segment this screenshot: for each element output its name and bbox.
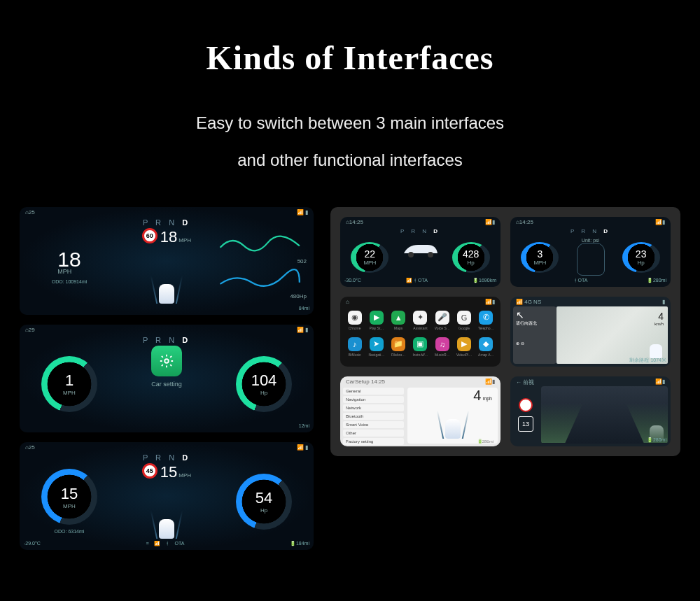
status-bar: ⌂25 📶 ▮ [22,209,311,219]
gear-indicator: P R N D [20,218,314,227]
headlight-icon[interactable]: ≡ [146,541,148,546]
thumb-app-launcher[interactable]: ⌂📶▮ ◉Chrome▶Play St…▲Maps✦Assistant🎤Voic… [340,297,500,367]
car-icon [153,276,180,304]
thumb-camera[interactable]: ← 前视📶▮ 13 🔋280mi [510,376,671,446]
app-videopl[interactable]: ▶VideoPl… [455,337,472,361]
thumb-gauge-dark[interactable]: ⌂14:25📶▮ P R N D 22MPH 428Hp -30.0°C📶 ᚼ … [340,217,500,287]
app-assistant[interactable]: ✦Assistant [412,311,429,334]
app-musicr[interactable]: ♫MusicR… [433,337,451,361]
other-interfaces-grid: ⌂14:25📶▮ P R N D 22MPH 428Hp -30.0°C📶 ᚼ … [330,207,680,456]
header: Kinds of Interfaces Easy to switch betwe… [0,0,700,179]
tpms-unit-label: Unit: psi [582,238,599,243]
main-interfaces-column: ⌂25 📶 ▮ P R N D 18MPH ODO: 100914mi 60 1… [20,207,314,550]
bluetooth-icon[interactable]: ᚼ [166,541,169,546]
car-setting-label: Car setting [151,381,182,388]
settings-item[interactable]: Smart Voice [343,421,404,428]
settings-item[interactable]: Other [343,430,404,437]
power-graph: 502 480Hp [213,231,307,301]
car-outline-icon [577,243,605,276]
range-readout: 184mi [296,541,309,546]
settings-preview: 4mph 🔋286mi [407,388,498,444]
settings-item[interactable]: Bluetooth [343,413,404,420]
svg-point-0 [164,359,169,363]
speed-limit-sign: 60 [142,228,158,243]
car-setting-icon[interactable] [151,346,182,376]
content-row: ⌂25 📶 ▮ P R N D 18MPH ODO: 100914mi 60 1… [0,179,700,550]
dashboard-twin-gauge-theme[interactable]: ⌂29📶 ▮ P R N D 1MPH Car setting 104Hp 12… [20,325,314,432]
speed-limit-sign [519,398,533,412]
settings-item[interactable]: Navigation [343,396,404,403]
temperature-readout: -29.0°C [24,541,41,546]
bottom-bar: 84mi [24,304,309,313]
settings-item[interactable]: Network [343,404,404,411]
signal-icon: 📶 ▮ [297,209,308,219]
app-instruw[interactable]: ▣InstruW… [412,337,429,361]
app-grid: ◉Chrome▶Play St…▲Maps✦Assistant🎤Voice S…… [346,311,495,361]
odometer: ODO: 100914mi [52,279,88,284]
settings-item[interactable]: Factory setting [343,438,404,445]
page-subtitle: Easy to switch between 3 main interfaces… [0,105,700,179]
app-navigati[interactable]: ➤Navigati… [368,337,385,361]
subtitle-line-2: and other functional interfaces [237,150,463,169]
app-voices[interactable]: 🎤Voice S… [433,311,451,334]
settings-item[interactable]: General [343,388,404,395]
app-amapa[interactable]: ◆Amap A… [477,337,495,361]
left-gauge: 1MPH [25,350,113,418]
dashboard-graph-theme[interactable]: ⌂25 📶 ▮ P R N D 18MPH ODO: 100914mi 60 1… [20,207,314,315]
left-speed-box: 18MPH ODO: 100914mi [25,232,113,301]
wifi-icon[interactable]: 📶 [154,541,160,546]
app-telepho[interactable]: ✆Telepho… [477,311,495,334]
ota-button[interactable]: OTA [174,541,184,546]
thumb-tpms[interactable]: ⌂14:25📶▮ P R N D 3MPH Unit: psi 23Hp ᚼ O… [510,217,671,287]
thumb-settings[interactable]: CarSetup 14:25📶▮ GeneralNavigationNetwor… [340,376,500,446]
thumb-navigation[interactable]: 📶 4G NS▮ ↖ 请行向西北 ⊕ ⊖ 4km/h 剩余路程 1074米 [510,297,671,367]
page-title: Kinds of Interfaces [0,38,700,77]
nav-mini-speed: 4km/h [654,311,664,326]
speed-limit-sign: 45 [142,463,158,479]
range-readout: 84mi [299,306,309,311]
svg-point-2 [428,252,433,257]
center-lane-view: 60 18MPH [117,228,217,304]
dashboard-blue-gauge-theme[interactable]: ⌂25📶 ▮ P R N D 15MPH ODO: 6314mi 45 15MP… [20,442,314,550]
app-filebro[interactable]: 📁Filebro… [390,337,407,361]
adas-distance-icon: 13 [518,416,533,432]
svg-point-1 [408,252,414,257]
car-side-icon [401,238,440,259]
app-btmusic[interactable]: ♪BtMusic [346,337,363,361]
app-chrome[interactable]: ◉Chrome [346,311,363,334]
settings-list[interactable]: GeneralNavigationNetworkBluetoothSmart V… [343,388,404,444]
bottom-shortcut-icons[interactable]: ≡ 📶 ᚼ OTA [146,541,184,546]
right-gauge: 104Hp [220,350,308,418]
app-playst[interactable]: ▶Play St… [368,311,385,334]
home-icon: ⌂25 [25,209,35,219]
app-maps[interactable]: ▲Maps [390,311,407,334]
app-google[interactable]: GGoogle [455,311,472,334]
subtitle-line-1: Easy to switch between 3 main interfaces [196,113,504,132]
